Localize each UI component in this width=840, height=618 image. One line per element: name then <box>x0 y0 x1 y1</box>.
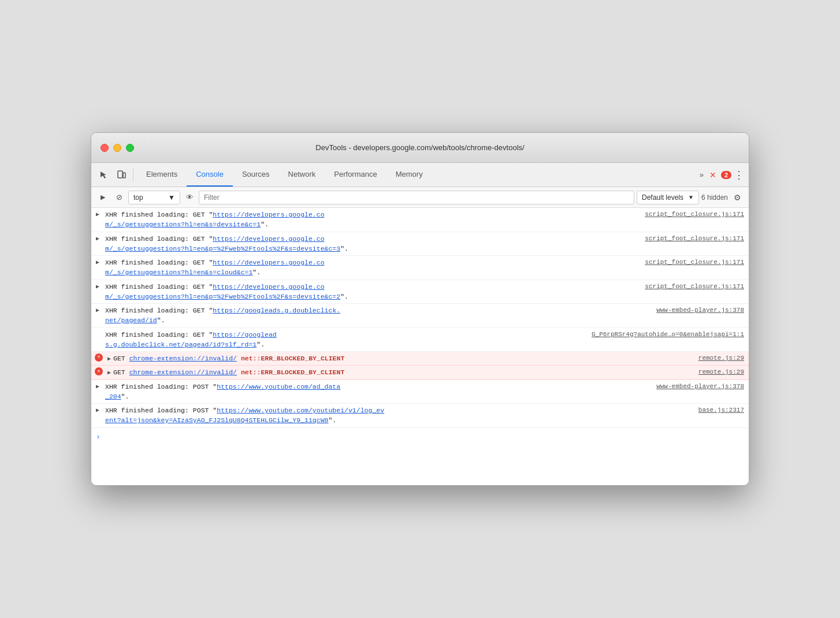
log-content: XHR finished loading: GET "https://devel… <box>105 258 640 278</box>
log-source: remote.js:29 <box>652 353 744 363</box>
source-link[interactable]: www-embed-player.js:378 <box>656 383 744 390</box>
tab-sources[interactable]: Sources <box>233 163 279 187</box>
log-content: XHR finished loading: POST "https://www.… <box>105 405 647 426</box>
expand-arrow[interactable]: ▶ <box>107 370 111 376</box>
source-link[interactable]: script_foot_closure.js:171 <box>645 211 744 218</box>
log-content: ▶GET chrome-extension://invalid/ net::ER… <box>107 353 647 363</box>
log-levels-button[interactable]: Default levels ▼ <box>637 191 699 204</box>
log-source: script_foot_closure.js:171 <box>645 282 744 292</box>
tab-console[interactable]: Console <box>187 163 233 187</box>
log-entry-error: ✕ ▶GET chrome-extension://invalid/ net::… <box>91 352 749 366</box>
log-source: base.js:2317 <box>652 405 744 415</box>
log-source: script_foot_closure.js:171 <box>645 234 744 244</box>
context-arrow: ▼ <box>168 193 175 202</box>
cursor-icon <box>99 170 109 180</box>
toolbar-separator <box>133 169 133 181</box>
console-output: ▶ XHR finished loading: GET "https://dev… <box>91 208 749 485</box>
console-toolbar: ▶ ⊘ top ▼ 👁 Default levels ▼ 6 hidden ⚙ <box>91 187 749 208</box>
close-button[interactable] <box>101 144 109 152</box>
more-menu-button[interactable]: ⋮ <box>734 169 744 181</box>
expand-arrow[interactable]: ▶ <box>96 282 99 291</box>
cursor-arrow: › <box>96 431 101 443</box>
log-entry: ▶ XHR finished loading: GET "https://dev… <box>91 208 749 232</box>
expand-arrow[interactable]: ▶ <box>96 306 99 315</box>
clear-errors-button[interactable]: ⊘ <box>112 191 126 204</box>
source-link[interactable]: remote.js:29 <box>698 368 744 375</box>
source-link[interactable]: remote.js:29 <box>698 355 744 362</box>
tab-elements[interactable]: Elements <box>137 163 187 187</box>
log-link[interactable]: https://developers.google.com/_s/getsugg… <box>105 235 340 252</box>
source-link[interactable]: script_foot_closure.js:171 <box>645 235 744 242</box>
log-source: G_P6rpRSr4g?autohide…o=0&enablejsapi=1:1 <box>592 330 744 340</box>
log-link[interactable]: https://www.youtube.com/youtubei/v1/log_… <box>105 407 384 424</box>
tab-memory[interactable]: Memory <box>386 163 432 187</box>
devtools-window: DevTools - developers.google.com/web/too… <box>91 132 749 486</box>
log-link[interactable]: https://developers.google.com/_s/getsugg… <box>105 211 325 228</box>
source-link[interactable]: base.js:2317 <box>698 407 744 414</box>
log-link[interactable]: https://googleads.g.doubleclick.net/page… <box>105 331 277 348</box>
error-count-badge[interactable]: 2 <box>721 171 731 179</box>
log-link[interactable]: https://developers.google.com/_s/getsugg… <box>105 283 340 300</box>
error-icon: ✕ <box>95 353 103 362</box>
log-content: XHR finished loading: GET "https://googl… <box>105 306 647 326</box>
log-source: www-embed-player.js:378 <box>652 382 744 392</box>
log-link[interactable]: https://googleads.g.doubleclick.net/page… <box>105 307 340 324</box>
traffic-lights <box>101 144 134 152</box>
expand-arrow[interactable]: ▶ <box>107 356 111 362</box>
maximize-button[interactable] <box>126 144 134 152</box>
log-source: www-embed-player.js:378 <box>652 306 744 315</box>
log-entry: ▶ XHR finished loading: POST "https://ww… <box>91 380 749 404</box>
log-content: ▶GET chrome-extension://invalid/ net::ER… <box>107 367 647 377</box>
console-settings-button[interactable]: ⚙ <box>730 191 744 204</box>
log-content: XHR finished loading: POST "https://www.… <box>105 382 647 402</box>
tab-performance[interactable]: Performance <box>325 163 386 187</box>
source-link[interactable]: script_foot_closure.js:171 <box>645 283 744 290</box>
log-source: script_foot_closure.js:171 <box>645 210 744 219</box>
device-icon <box>117 170 126 180</box>
log-entry: ▶ XHR finished loading: GET "https://goo… <box>91 304 749 328</box>
log-content: XHR finished loading: GET "https://devel… <box>105 282 640 302</box>
log-entry-error: ✕ ▶GET chrome-extension://invalid/ net::… <box>91 366 749 379</box>
svg-rect-0 <box>118 171 122 178</box>
tab-network[interactable]: Network <box>279 163 325 187</box>
more-tabs-button[interactable]: » <box>695 170 708 179</box>
error-text: net::ERR_BLOCKED_BY_CLIENT <box>237 368 344 376</box>
main-toolbar: Elements Console Sources Network Perform… <box>91 163 749 187</box>
live-expression-button[interactable]: 👁 <box>183 191 196 204</box>
log-content: XHR finished loading: GET "https://devel… <box>105 234 640 254</box>
log-source: remote.js:29 <box>652 367 744 377</box>
console-cursor-line[interactable]: › <box>91 428 749 435</box>
log-link[interactable]: https://developers.google.com/_s/getsugg… <box>105 259 325 276</box>
log-entry: ▶ XHR finished loading: GET "https://dev… <box>91 256 749 280</box>
error-text: net::ERR_BLOCKED_BY_CLIENT <box>237 355 344 362</box>
tab-bar: Elements Console Sources Network Perform… <box>137 163 694 187</box>
run-script-button[interactable]: ▶ <box>96 191 110 204</box>
log-source: script_foot_closure.js:171 <box>645 258 744 267</box>
log-entry: ▶ XHR finished loading: POST "https://ww… <box>91 404 749 428</box>
device-toolbar-button[interactable] <box>113 167 129 183</box>
expand-arrow[interactable]: ▶ <box>96 406 99 415</box>
log-content: XHR finished loading: GET "https://devel… <box>105 210 640 230</box>
source-link[interactable]: G_P6rpRSr4g?autohide…o=0&enablejsapi=1:1 <box>592 331 744 338</box>
window-title: DevTools - developers.google.com/web/too… <box>315 143 524 152</box>
filter-input[interactable] <box>199 191 634 204</box>
inspect-element-button[interactable] <box>96 167 112 183</box>
log-link[interactable]: https://www.youtube.com/ad_data_204 <box>105 383 340 400</box>
context-selector[interactable]: top ▼ <box>128 191 180 204</box>
log-entry: XHR finished loading: GET "https://googl… <box>91 328 749 352</box>
expand-arrow[interactable]: ▶ <box>96 382 99 391</box>
source-link[interactable]: script_foot_closure.js:171 <box>645 259 744 266</box>
title-bar: DevTools - developers.google.com/web/too… <box>91 133 749 163</box>
expand-arrow[interactable]: ▶ <box>96 210 99 219</box>
toolbar-right: ✕ 2 ⋮ <box>709 169 744 181</box>
minimize-button[interactable] <box>113 144 121 152</box>
svg-rect-1 <box>123 173 125 178</box>
log-link[interactable]: chrome-extension://invalid/ <box>129 368 237 376</box>
expand-arrow[interactable]: ▶ <box>96 258 99 267</box>
error-icon: ✕ <box>95 367 103 375</box>
error-icon: ✕ <box>709 170 716 180</box>
log-entry: ▶ XHR finished loading: GET "https://dev… <box>91 232 749 256</box>
source-link[interactable]: www-embed-player.js:378 <box>656 307 744 314</box>
log-link[interactable]: chrome-extension://invalid/ <box>129 355 237 362</box>
expand-arrow[interactable]: ▶ <box>96 234 99 243</box>
